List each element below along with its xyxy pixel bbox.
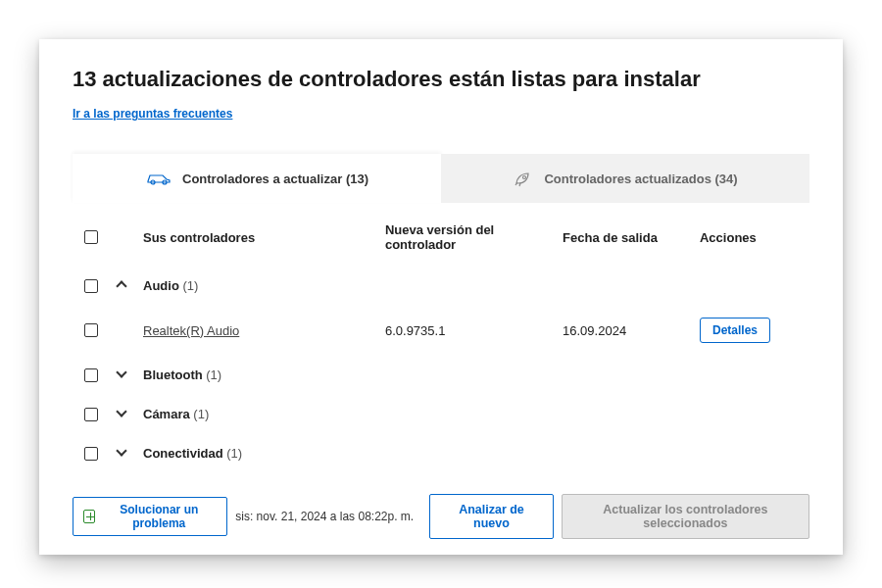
driver-checkbox[interactable] xyxy=(84,323,98,337)
group-checkbox[interactable] xyxy=(84,408,98,421)
rescan-button[interactable]: Analizar de nuevo xyxy=(429,494,554,539)
table-header: Sus controladores Nueva versión del cont… xyxy=(73,203,809,266)
chevron-down-icon xyxy=(116,445,126,456)
update-selected-button[interactable]: Actualizar los controladores seleccionad… xyxy=(562,494,809,539)
details-button[interactable]: Detalles xyxy=(700,318,770,343)
rocket-icon xyxy=(513,170,534,187)
chevron-down-icon xyxy=(116,367,126,377)
driver-version: 6.0.9735.1 xyxy=(385,323,563,338)
tab-update-label: Controladores a actualizar (13) xyxy=(182,172,368,186)
page-title: 13 actualizaciones de controladores está… xyxy=(73,67,809,92)
car-icon xyxy=(145,171,172,186)
column-version: Nueva versión del controlador xyxy=(385,222,563,252)
driver-row: Realtek(R) Audio 6.0.9735.1 16.09.2024 D… xyxy=(73,305,809,355)
group-count: (1) xyxy=(182,278,198,293)
tab-drivers-to-update[interactable]: Controladores a actualizar (13) xyxy=(73,154,441,203)
group-count: (1) xyxy=(226,446,242,461)
driver-name-link[interactable]: Realtek(R) Audio xyxy=(143,323,239,338)
column-actions: Acciones xyxy=(700,230,798,245)
group-name: Bluetooth xyxy=(143,368,203,382)
select-all-checkbox[interactable] xyxy=(84,230,98,244)
group-checkbox[interactable] xyxy=(84,447,98,461)
group-checkbox[interactable] xyxy=(84,368,98,382)
plus-icon xyxy=(83,510,95,523)
tab-updated-label: Controladores actualizados (34) xyxy=(544,172,737,186)
group-row-camera[interactable]: Cámara (1) xyxy=(73,394,809,433)
group-row-audio[interactable]: Audio (1) xyxy=(73,266,809,305)
group-name: Audio xyxy=(143,278,179,293)
driver-date: 16.09.2024 xyxy=(563,323,700,338)
drivers-panel: 13 actualizaciones de controladores está… xyxy=(39,39,843,555)
group-row-bluetooth[interactable]: Bluetooth (1) xyxy=(73,355,809,394)
tab-drivers-updated[interactable]: Controladores actualizados (34) xyxy=(441,154,809,203)
fix-label: Solucionar un problema xyxy=(101,503,217,530)
last-scan-info: sis: nov. 21, 2024 a las 08:22p. m. xyxy=(235,510,414,523)
group-checkbox[interactable] xyxy=(84,279,98,293)
chevron-up-icon xyxy=(116,280,126,291)
fix-problem-button[interactable]: Solucionar un problema xyxy=(73,497,227,536)
group-count: (1) xyxy=(206,368,221,382)
column-name: Sus controladores xyxy=(143,230,385,245)
group-name: Conectividad xyxy=(143,446,223,461)
footer-bar: Solucionar un problema sis: nov. 21, 202… xyxy=(73,482,809,539)
faq-link[interactable]: Ir a las preguntas frecuentes xyxy=(73,107,232,121)
group-count: (1) xyxy=(193,407,209,421)
column-date: Fecha de salida xyxy=(563,230,700,245)
group-row-connectivity[interactable]: Conectividad (1) xyxy=(73,433,809,472)
svg-point-2 xyxy=(523,176,526,179)
chevron-down-icon xyxy=(116,406,126,416)
group-name: Cámara xyxy=(143,407,190,421)
tabs: Controladores a actualizar (13) Controla… xyxy=(73,154,809,203)
